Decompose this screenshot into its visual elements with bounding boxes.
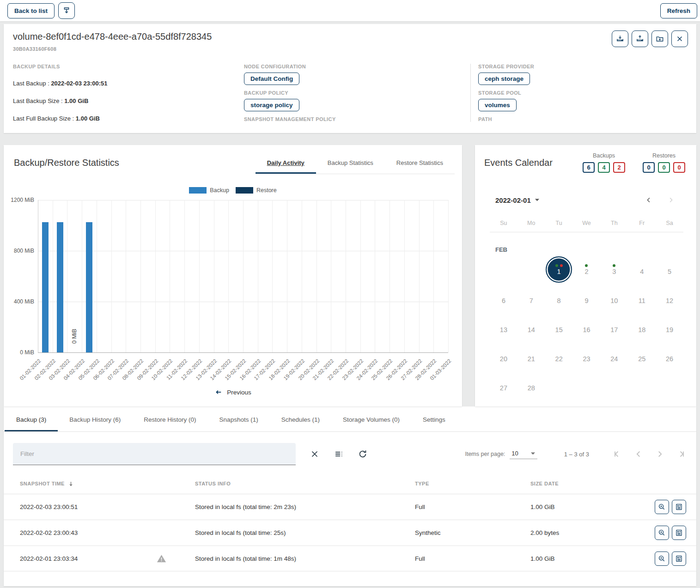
- cell-snapshot-time: 2022-02-01 23:03:34: [4, 555, 156, 562]
- volume-detail-card: volume-8ef0f1cd-e478-4eee-a70a-55df8f728…: [4, 24, 696, 133]
- calendar-day-20[interactable]: 20: [500, 351, 507, 363]
- calendar-day-25[interactable]: 25: [638, 351, 645, 363]
- next-page-button[interactable]: [654, 448, 666, 460]
- chart-gridline-v: [170, 200, 170, 352]
- storage-provider-label: STORAGE PROVIDER: [478, 64, 687, 69]
- day-number: 7: [530, 297, 533, 304]
- items-per-page-select[interactable]: 10: [510, 449, 537, 459]
- calendar-day-12[interactable]: 12: [666, 293, 673, 304]
- snapshot-report-button[interactable]: [672, 526, 686, 540]
- storage-pool-chip[interactable]: volumes: [478, 99, 517, 111]
- tab-backup-history-6[interactable]: Backup History (6): [58, 406, 132, 431]
- calendar-day-cell: 18: [628, 313, 656, 342]
- inspect-snapshot-button[interactable]: [655, 526, 669, 540]
- calendar-prev-month-button[interactable]: [643, 194, 655, 206]
- calendar-day-cell: 24: [600, 342, 628, 371]
- chart-gridline-v: [258, 200, 258, 352]
- calendar-day-14[interactable]: 14: [528, 322, 535, 333]
- calendar-next-month-button[interactable]: [665, 194, 677, 206]
- events-calendar-card: Events Calendar Backups642Restores000 20…: [475, 145, 696, 406]
- calendar-day-10[interactable]: 10: [610, 293, 618, 304]
- tab-restore-history-0[interactable]: Restore History (0): [132, 406, 207, 431]
- first-page-button[interactable]: [611, 448, 623, 460]
- y-axis-tick-label: 1200 MiB: [6, 197, 34, 203]
- close-detail-button[interactable]: [671, 30, 688, 47]
- last-page-button[interactable]: [675, 448, 687, 460]
- calendar-day-18[interactable]: 18: [638, 322, 645, 333]
- calendar-day-6[interactable]: 6: [502, 293, 505, 304]
- calendar-day-22[interactable]: 22: [555, 351, 563, 363]
- stats-tab-restore-statistics[interactable]: Restore Statistics: [385, 152, 455, 174]
- calendar-day-2[interactable]: 2: [584, 264, 588, 275]
- storage-provider-chip[interactable]: ceph storage: [478, 73, 530, 85]
- calendar-day-21[interactable]: 21: [528, 351, 535, 363]
- day-number: 26: [666, 355, 673, 363]
- filter-input[interactable]: [13, 450, 296, 457]
- unmount-backup-button[interactable]: [632, 30, 648, 47]
- tab-settings[interactable]: Settings: [411, 406, 457, 431]
- column-status-info[interactable]: STATUS INFO: [195, 481, 415, 486]
- clear-filter-button[interactable]: [310, 449, 320, 459]
- stats-tab-daily-activity[interactable]: Daily Activity: [256, 152, 316, 174]
- refresh-button[interactable]: Refresh: [660, 3, 697, 18]
- calendar-day-13[interactable]: 13: [500, 322, 507, 333]
- calendar-day-1-selected[interactable]: 1: [546, 256, 572, 283]
- mount-backup-button[interactable]: [612, 30, 628, 47]
- columns-button[interactable]: [334, 449, 344, 459]
- calendar-day-28[interactable]: 28: [528, 380, 535, 392]
- snapshot-report-button[interactable]: [672, 552, 686, 566]
- calendar-day-17[interactable]: 17: [610, 322, 618, 333]
- backup-policy-chip[interactable]: storage policy: [244, 99, 299, 111]
- tab-snapshots-1[interactable]: Snapshots (1): [208, 406, 270, 431]
- calendar-day-15[interactable]: 15: [555, 322, 563, 333]
- reload-table-button[interactable]: [358, 449, 368, 459]
- snapshots-table-body: 2022-02-03 23:00:51Stored in local fs (t…: [4, 494, 696, 571]
- y-axis-tick-label: 0 MiB: [6, 349, 34, 356]
- calendar-day-cell: 10: [600, 284, 628, 313]
- weekday-sa: Sa: [656, 220, 683, 226]
- cell-snapshot-time: 2022-02-03 23:00:51: [4, 503, 156, 510]
- calendar-day-4[interactable]: 4: [640, 264, 644, 275]
- statistics-tabs: Daily ActivityBackup StatisticsRestore S…: [256, 152, 455, 174]
- column-snapshot-time[interactable]: SNAPSHOT TIME: [4, 480, 156, 487]
- calendar-day-23[interactable]: 23: [583, 351, 590, 363]
- column-size-date[interactable]: SIZE DATE: [530, 481, 644, 486]
- calendar-day-7[interactable]: 7: [530, 293, 533, 304]
- snapshots-table-header: SNAPSHOT TIME STATUS INFO TYPE SIZE DATE: [4, 473, 696, 494]
- zero-value-label: 0 MiB: [71, 321, 78, 351]
- snapshot-report-button[interactable]: [672, 500, 686, 514]
- tab-schedules-1[interactable]: Schedules (1): [270, 406, 331, 431]
- calendar-day-24[interactable]: 24: [610, 351, 618, 363]
- weekday-mo: Mo: [517, 220, 545, 226]
- chart-gridline-v: [390, 200, 390, 352]
- prev-page-button[interactable]: [633, 448, 645, 460]
- column-type[interactable]: TYPE: [415, 481, 530, 486]
- calendar-day-16[interactable]: 16: [583, 322, 590, 333]
- inspect-snapshot-button[interactable]: [655, 552, 669, 566]
- tab-storage-volumes-0[interactable]: Storage Volumes (0): [331, 406, 411, 431]
- tab-backup-3[interactable]: Backup (3): [5, 406, 58, 431]
- calendar-date-selector[interactable]: 2022-02-01: [495, 196, 540, 204]
- calendar-day-19[interactable]: 19: [666, 322, 673, 333]
- calendar-day-26[interactable]: 26: [666, 351, 673, 363]
- detail-actions: [612, 30, 688, 47]
- back-to-list-button[interactable]: Back to list: [7, 3, 55, 18]
- inspect-snapshot-button[interactable]: [655, 500, 669, 514]
- node-configuration-chip[interactable]: Default Config: [244, 73, 299, 85]
- export-filter-button[interactable]: [58, 2, 75, 19]
- file-recovery-button[interactable]: [651, 30, 668, 47]
- cell-type: Full: [415, 503, 530, 510]
- calendar-day-8[interactable]: 8: [557, 293, 561, 304]
- calendar-day-5[interactable]: 5: [668, 264, 671, 275]
- calendar-day-11[interactable]: 11: [639, 293, 645, 304]
- stats-tab-backup-statistics[interactable]: Backup Statistics: [316, 152, 385, 174]
- chart-previous-link[interactable]: Previous: [4, 388, 462, 396]
- calendar-day-9[interactable]: 9: [584, 293, 588, 304]
- calendar-day-3[interactable]: 3: [612, 264, 616, 275]
- last-full-backup-size-field: Last Full Backup Size : 1.00 GiB: [13, 115, 244, 122]
- calendar-day-27[interactable]: 27: [500, 380, 507, 392]
- calendar-day-cell: 12: [656, 284, 683, 313]
- calendar-day-cell: 27: [490, 371, 517, 400]
- chevron-down-icon: [535, 198, 540, 202]
- chart-gridline-v: [155, 200, 156, 352]
